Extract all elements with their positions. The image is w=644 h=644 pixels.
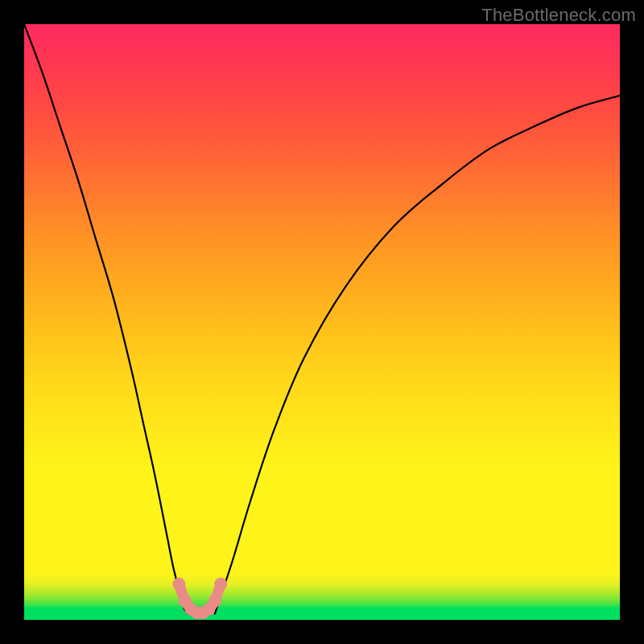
valley-marker-7 (214, 578, 227, 591)
valley-marker-0 (172, 578, 185, 591)
chart-frame: TheBottleneck.com (0, 0, 644, 644)
chart-svg (24, 24, 620, 620)
watermark-text: TheBottleneck.com (481, 5, 636, 26)
chart-plot-area (24, 24, 620, 620)
valley-marker-6 (208, 594, 221, 607)
curve-right-branch (215, 96, 620, 614)
curve-left-branch (24, 24, 188, 614)
